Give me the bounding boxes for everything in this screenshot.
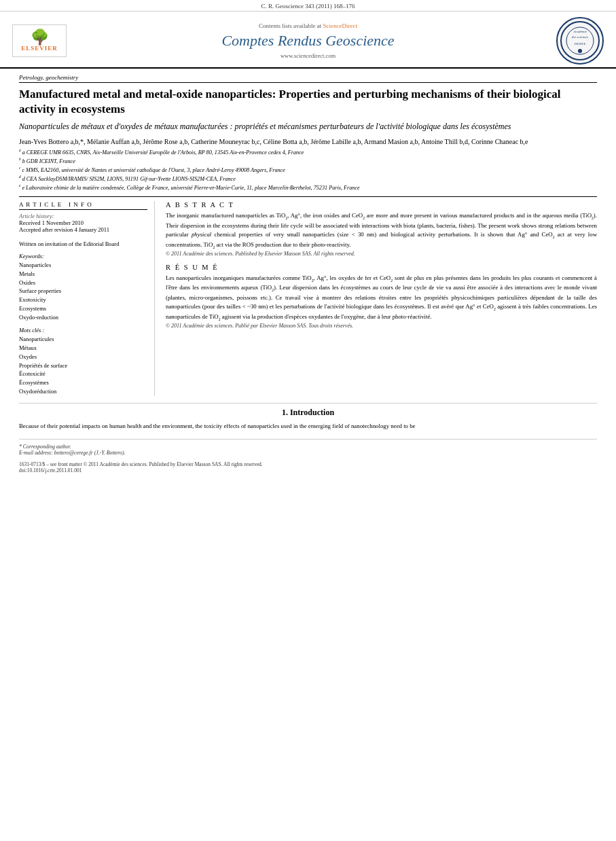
abstract-section: A B S T R A C T The inorganic manufactur… <box>166 201 597 256</box>
keyword-2: Metals <box>19 270 147 279</box>
mot-cle-3: Oxydes <box>19 353 147 361</box>
mot-cle-1: Nanoparticules <box>19 335 147 344</box>
keyword-3: Oxides <box>19 279 147 287</box>
header: 🌳 ELSEVIER Contents lists available at S… <box>0 12 616 69</box>
academy-logo: Académie des sciences FRANCE <box>556 17 604 65</box>
authors: Jean-Yves Bottero a,b,*, Mélanie Auffan … <box>19 138 597 145</box>
mot-cle-7: Oxydoréduction <box>19 387 147 396</box>
affiliation-d: d d CEA SacklayDSM/IRAMIS/ SIS2M, LIONS,… <box>19 175 597 183</box>
svg-text:Académie: Académie <box>573 30 587 33</box>
intro-paragraph: Because of their potential impacts on hu… <box>19 422 597 431</box>
section-label: Petrology, geochemistry <box>19 74 597 83</box>
sciencedirect-label: Contents lists available at ScienceDirec… <box>73 22 543 29</box>
article-title: Manufactured metal and metal-oxide nanop… <box>19 87 597 117</box>
license-text: 1631-0713/$ – see front matter © 2011 Ac… <box>19 461 597 467</box>
mot-cle-2: Métaux <box>19 344 147 353</box>
history-label: Article history: <box>19 213 147 219</box>
email-label: E-mail address: <box>19 450 53 456</box>
academy-logo-area: Académie des sciences FRANCE <box>543 17 604 65</box>
introduction-section: 1. Introduction Because of their potenti… <box>19 403 597 431</box>
journal-title: Comptes Rendus Geoscience <box>73 32 543 50</box>
received-date: Received 1 November 2010 <box>19 219 147 226</box>
abstract-text: The inorganic manufactured nanoparticles… <box>166 211 597 250</box>
keywords-label: Keywords: <box>19 253 147 260</box>
keywords-list: Nanoparticles Metals Oxides Surface prop… <box>19 261 147 321</box>
elsevier-tree-icon: 🌳 <box>31 30 49 45</box>
affiliation-b: b b GDR ICEINT, France <box>19 157 597 166</box>
mot-cle-4: Propriétés de surface <box>19 361 147 370</box>
accepted-date: Accepted after revision 4 January 2011 <box>19 226 147 233</box>
elsevier-logo: 🌳 ELSEVIER <box>12 24 67 57</box>
sciencedirect-link[interactable]: ScienceDirect <box>323 22 357 29</box>
svg-point-5 <box>578 49 582 53</box>
resume-copyright: © 2011 Académie des sciences. Publié par… <box>166 323 597 329</box>
authors-text: Jean-Yves Bottero a,b,*, Mélanie Auffan … <box>19 138 528 145</box>
resume-section: R É S U M É Les nanoparticules inorganiq… <box>166 264 597 329</box>
page: C. R. Geoscience 343 (2011) 168–176 🌳 EL… <box>0 0 616 841</box>
resume-title: R É S U M É <box>166 264 597 271</box>
corresponding-author: * Corresponding author. E-mail address: … <box>19 444 597 456</box>
mots-cles-list: Nanoparticules Métaux Oxydes Propriétés … <box>19 335 147 395</box>
col-abstracts: A B S T R A C T The inorganic manufactur… <box>166 201 597 396</box>
svg-text:des sciences: des sciences <box>572 35 589 39</box>
two-col-layout: A R T I C L E I N F O Article history: R… <box>19 201 597 396</box>
keyword-5: Exotoxicity <box>19 296 147 304</box>
elsevier-logo-area: 🌳 ELSEVIER <box>12 24 73 57</box>
elsevier-brand-text: ELSEVIER <box>21 45 58 52</box>
keyword-7: Oxydo-reduction <box>19 313 147 322</box>
intro-text-left: Because of their potential impacts on hu… <box>19 422 597 431</box>
keyword-1: Nanoparticles <box>19 261 147 270</box>
affiliations: a a CEREGE UMR 6635, CNRS, Aix-Marseille… <box>19 148 597 197</box>
journal-citation: C. R. Geoscience 343 (2011) 168–176 <box>261 3 355 10</box>
journal-header-center: Contents lists available at ScienceDirec… <box>73 22 543 59</box>
intro-columns: Because of their potential impacts on hu… <box>19 422 597 431</box>
affiliation-a: a a CEREGE UMR 6635, CNRS, Aix-Marseille… <box>19 148 597 157</box>
written-note: Written on invitation of the Editorial B… <box>19 240 147 247</box>
affiliation-c: c c MMS, EA2160, université de Nantes et… <box>19 166 597 175</box>
article-info-title: A R T I C L E I N F O <box>19 201 147 210</box>
mot-cle-5: Écotoxicité <box>19 370 147 378</box>
mots-cles-label: Mots clés : <box>19 327 147 334</box>
main-content: Petrology, geochemistry Manufactured met… <box>0 69 616 479</box>
keyword-6: Ecosystems <box>19 304 147 313</box>
abstract-copyright: © 2011 Académie des sciences. Published … <box>166 251 597 257</box>
resume-text: Les nanoparticules inorganiques manufact… <box>166 274 597 323</box>
affiliation-e: e e Laboratoire chimie de la matière con… <box>19 183 597 192</box>
article-subtitle: Nanoparticules de métaux et d'oxydes de … <box>19 121 597 132</box>
keyword-4: Surface properties <box>19 287 147 296</box>
abstract-title: A B S T R A C T <box>166 201 597 209</box>
mot-cle-6: Écosystèmes <box>19 378 147 387</box>
col-article-info: A R T I C L E I N F O Article history: R… <box>19 201 155 396</box>
svg-text:FRANCE: FRANCE <box>574 42 586 46</box>
top-bar: C. R. Geoscience 343 (2011) 168–176 <box>0 0 616 12</box>
academy-logo-text: Académie des sciences FRANCE <box>558 18 602 64</box>
doi-text: doi:10.1016/j.crte.2011.01.001 <box>19 467 597 473</box>
journal-url: www.sciencedirect.com <box>73 52 543 59</box>
footer: * Corresponding author. E-mail address: … <box>19 439 597 473</box>
author-email: bottero@cerege.fr (J.-Y. Bottero). <box>54 450 126 456</box>
intro-title: 1. Introduction <box>19 408 597 418</box>
